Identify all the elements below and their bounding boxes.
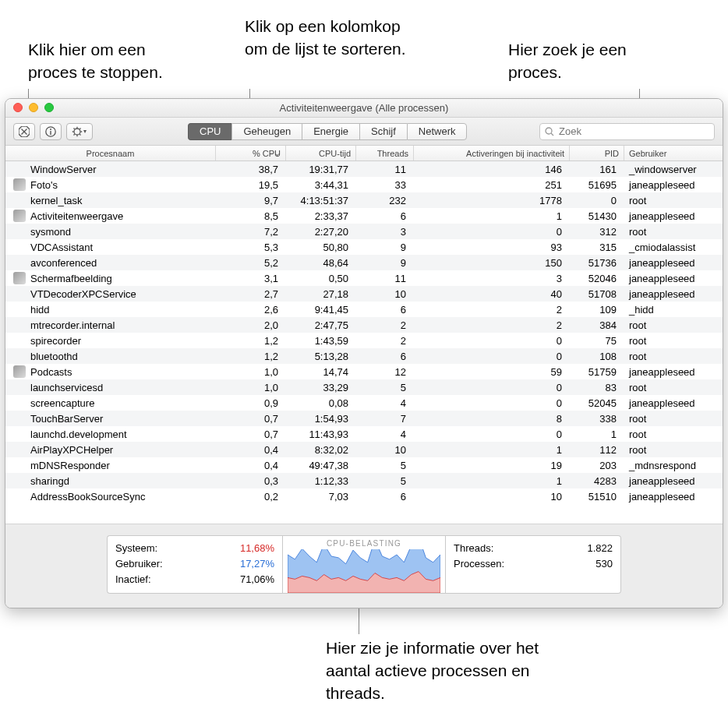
- process-name: kernel_task: [30, 195, 82, 206]
- cpu-pct: 2,6: [216, 304, 286, 316]
- stats-bar: Systeem:11,68% Gebruiker:17,27% Inactief…: [5, 524, 723, 608]
- pid: 312: [570, 226, 624, 238]
- pid: 384: [570, 319, 624, 331]
- table-row[interactable]: sysmond7,22:27,2030312root: [5, 224, 723, 239]
- table-row[interactable]: screencapture0,90,084052045janeappleseed: [5, 395, 723, 411]
- table-row[interactable]: Schermafbeelding3,10,5011352046janeapple…: [5, 270, 723, 286]
- pid: 75: [570, 335, 624, 347]
- pid: 1: [570, 429, 624, 440]
- col-threads[interactable]: Threads: [356, 146, 414, 160]
- app-icon: [13, 178, 26, 191]
- pid: 109: [570, 304, 624, 316]
- svg-point-6: [74, 129, 80, 135]
- col-cputime[interactable]: CPU-tijd: [286, 146, 356, 160]
- col-user[interactable]: Gebruiker: [624, 146, 710, 160]
- idle-wakeups: 2: [414, 304, 570, 316]
- pid: 203: [570, 460, 624, 471]
- cpu-pct: 0,4: [216, 460, 286, 471]
- cpu-time: 8:32,02: [286, 444, 356, 456]
- idle-wakeups: 251: [414, 179, 570, 191]
- cpu-pct: 0,2: [216, 491, 286, 503]
- table-row[interactable]: hidd2,69:41,4562109_hidd: [5, 302, 723, 317]
- user: root: [624, 382, 710, 393]
- process-name: VDCAssistant: [30, 242, 93, 253]
- col-cpu[interactable]: % CPU: [216, 146, 286, 160]
- col-pid[interactable]: PID: [570, 146, 624, 160]
- gear-icon: [72, 126, 87, 137]
- cpu-time: 3:44,31: [286, 179, 356, 191]
- search-field[interactable]: [539, 123, 715, 140]
- no-icon: [13, 381, 26, 393]
- threads: 7: [356, 413, 414, 425]
- table-row[interactable]: bluetoothd1,25:13,2860108root: [5, 348, 723, 364]
- table-row[interactable]: VDCAssistant5,350,80993315_cmiodalassist: [5, 239, 723, 255]
- col-name[interactable]: Procesnaam: [5, 146, 216, 160]
- idle-wakeups: 19: [414, 460, 570, 471]
- cpu-time: 1:54,93: [286, 413, 356, 425]
- threads-value: 1.822: [587, 541, 613, 556]
- cpu-pct: 2,7: [216, 288, 286, 300]
- pid: 315: [570, 242, 624, 253]
- tab-memory[interactable]: Geheugen: [231, 123, 302, 140]
- tab-network[interactable]: Netwerk: [407, 123, 468, 140]
- table-row[interactable]: mtrecorder.internal2,02:47,7522384root: [5, 317, 723, 333]
- no-icon: [13, 490, 26, 503]
- process-name: sysmond: [30, 226, 71, 238]
- search-input[interactable]: [557, 125, 709, 138]
- table-row[interactable]: Activiteitenweergave8,52:33,376151430jan…: [5, 208, 723, 224]
- cpu-pct: 7,2: [216, 226, 286, 238]
- info-icon: [45, 126, 56, 137]
- table-row[interactable]: spirecorder1,21:43,592075root: [5, 333, 723, 348]
- table-row[interactable]: Podcasts1,014,74125951759janeappleseed: [5, 364, 723, 379]
- cpu-pct: 9,7: [216, 195, 286, 206]
- cpu-pct: 0,7: [216, 413, 286, 425]
- table-row[interactable]: TouchBarServer0,71:54,9378338root: [5, 411, 723, 426]
- cpu-chart-panel: CPU-BELASTING: [282, 535, 446, 594]
- search-icon: [545, 127, 554, 136]
- threads: 10: [356, 288, 414, 300]
- col-idlewake[interactable]: Activeringen bij inactiviteit: [414, 146, 570, 160]
- table-row[interactable]: launchd.development0,711:43,93401root: [5, 426, 723, 442]
- no-icon: [13, 412, 26, 425]
- cpu-time: 33,29: [286, 382, 356, 393]
- tab-disk[interactable]: Schijf: [359, 123, 407, 140]
- info-button[interactable]: [40, 123, 62, 140]
- table-row[interactable]: kernel_task9,74:13:51:3723217780root: [5, 192, 723, 208]
- table-row[interactable]: sharingd0,31:12,33514283janeappleseed: [5, 473, 723, 488]
- user: janeappleseed: [624, 491, 710, 503]
- table-row[interactable]: Foto's19,53:44,313325151695janeappleseed: [5, 177, 723, 192]
- idle-wakeups: 0: [414, 397, 570, 409]
- threads: 6: [356, 304, 414, 316]
- table-row[interactable]: WindowServer38,719:31,7711146161_windows…: [5, 161, 723, 177]
- pid: 108: [570, 351, 624, 362]
- cpu-pct: 5,3: [216, 242, 286, 253]
- tab-energy[interactable]: Energie: [302, 123, 359, 140]
- table-row[interactable]: VTDecoderXPCService2,727,18104051708jane…: [5, 286, 723, 302]
- user: janeappleseed: [624, 273, 710, 284]
- tab-cpu[interactable]: CPU: [188, 123, 231, 140]
- stats-left-panel: Systeem:11,68% Gebruiker:17,27% Inactief…: [107, 535, 282, 594]
- window-minimize-button[interactable]: [29, 103, 38, 112]
- callout-stats: Hier zie je informatie over het aantal a…: [326, 637, 544, 705]
- table-row[interactable]: mDNSResponder0,449:47,38519203_mdnsrespo…: [5, 457, 723, 473]
- idle-wakeups: 3: [414, 273, 570, 284]
- idle-wakeups: 40: [414, 288, 570, 300]
- idle-wakeups: 0: [414, 382, 570, 393]
- process-name: TouchBarServer: [30, 413, 103, 425]
- table-row[interactable]: AirPlayXPCHelper0,48:32,02101112root: [5, 442, 723, 457]
- options-menu-button[interactable]: [66, 123, 93, 140]
- table-row[interactable]: launchservicesd1,033,295083root: [5, 379, 723, 395]
- table-row[interactable]: avconferenced5,248,64915051736janeapples…: [5, 255, 723, 270]
- toolbar: CPU Geheugen Energie Schijf Netwerk: [5, 118, 723, 146]
- process-name: avconferenced: [30, 257, 97, 269]
- window-zoom-button[interactable]: [44, 103, 54, 112]
- user: janeappleseed: [624, 475, 710, 487]
- process-table[interactable]: WindowServer38,719:31,7711146161_windows…: [5, 161, 723, 524]
- proc-label: Processen:: [454, 556, 504, 572]
- window-titlebar[interactable]: Activiteitenweergave (Alle processen): [5, 99, 723, 118]
- cpu-pct: 0,7: [216, 429, 286, 440]
- threads-label: Threads:: [454, 541, 493, 556]
- table-row[interactable]: AddressBookSourceSync0,27,0361051510jane…: [5, 488, 723, 504]
- window-close-button[interactable]: [13, 103, 23, 112]
- stop-process-button[interactable]: [13, 123, 35, 140]
